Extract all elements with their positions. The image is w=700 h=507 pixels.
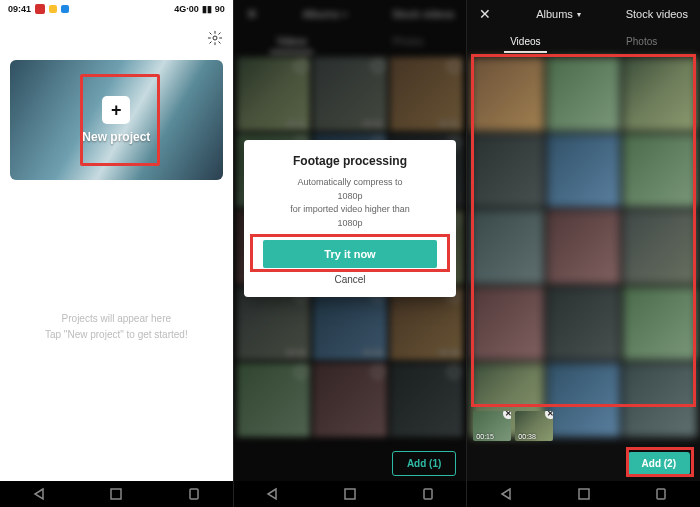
hero-banner: + New project [10,60,223,180]
annotation-highlight [250,234,451,272]
nav-home-icon[interactable] [577,487,591,501]
dialog-body-line: 1080p [337,218,362,228]
annotation-highlight [80,74,160,166]
add-button[interactable]: Add (1) [392,451,456,476]
selected-clips-strip: ✕ 00:15 ✕ 00:38 [473,411,553,441]
svg-marker-5 [268,489,276,499]
nav-home-icon[interactable] [109,487,123,501]
status-app-icon [35,4,45,14]
empty-text-line: Projects will appear here [62,311,172,327]
status-network: 4G·00 [174,4,199,14]
android-navbar [0,481,233,507]
cancel-link[interactable]: Cancel [254,274,447,285]
svg-point-1 [213,36,217,40]
status-bar: 09:41 4G·00 ▮▮ 90 [0,0,233,18]
dialog-body: Automatically compress to 1080p for impo… [254,176,447,230]
empty-text-line: Tap "New project" to get started! [45,327,188,343]
annotation-highlight [626,447,694,477]
remove-clip-icon[interactable]: ✕ [503,411,511,419]
android-navbar [234,481,467,507]
home-screen: + New project Projects will appear here … [0,18,233,481]
svg-rect-9 [579,489,589,499]
footage-processing-dialog: Footage processing Automatically compres… [244,140,457,297]
gallery-screen-dimmed: ✕ Albums ▾ Stock videos Videos Photos 00… [234,0,467,481]
tab-videos[interactable]: Videos [504,32,546,53]
nav-back-icon[interactable] [32,487,46,501]
nav-back-icon[interactable] [499,487,513,501]
dialog-title: Footage processing [254,154,447,168]
dialog-body-line: 1080p [337,191,362,201]
status-app-icon [61,5,69,13]
android-navbar [467,481,700,507]
bottom-action-bar: Add (1) [234,445,467,481]
svg-marker-2 [35,489,43,499]
close-icon[interactable]: ✕ [479,6,491,22]
status-battery: 90 [215,4,225,14]
gallery-topnav: ✕ Albums ▾ Stock videos [467,0,700,28]
svg-rect-6 [345,489,355,499]
nav-back-icon[interactable] [265,487,279,501]
nav-recents-icon[interactable] [421,487,435,501]
nav-recents-icon[interactable] [187,487,201,501]
tab-photos[interactable]: Photos [620,32,663,53]
svg-rect-7 [424,489,432,499]
duration-label: 00:38 [518,433,536,440]
annotation-highlight [471,54,696,407]
svg-rect-0 [35,4,45,14]
chevron-down-icon: ▾ [577,10,581,19]
nav-home-icon[interactable] [343,487,357,501]
media-type-tabs: Videos Photos [467,28,700,57]
nav-recents-icon[interactable] [654,487,668,501]
svg-rect-4 [190,489,198,499]
svg-rect-10 [657,489,665,499]
albums-dropdown[interactable]: Albums ▾ [536,8,581,20]
status-app-icon [49,5,57,13]
gallery-screen: ✕ Albums ▾ Stock videos Videos Photos [467,0,700,481]
selected-clip[interactable]: ✕ 00:15 [473,411,511,441]
remove-clip-icon[interactable]: ✕ [545,411,553,419]
svg-marker-8 [502,489,510,499]
empty-state: Projects will appear here Tap "New proje… [10,180,223,473]
status-signal-icon: ▮▮ [202,4,212,14]
albums-label: Albums [536,8,573,20]
dialog-body-line: for imported video higher than [290,204,410,214]
stock-videos-link[interactable]: Stock videos [626,8,688,20]
duration-label: 00:15 [476,433,494,440]
settings-icon[interactable] [207,30,223,50]
svg-rect-3 [111,489,121,499]
selected-clip[interactable]: ✕ 00:38 [515,411,553,441]
dialog-body-line: Automatically compress to [297,177,402,187]
status-time: 09:41 [8,4,31,14]
